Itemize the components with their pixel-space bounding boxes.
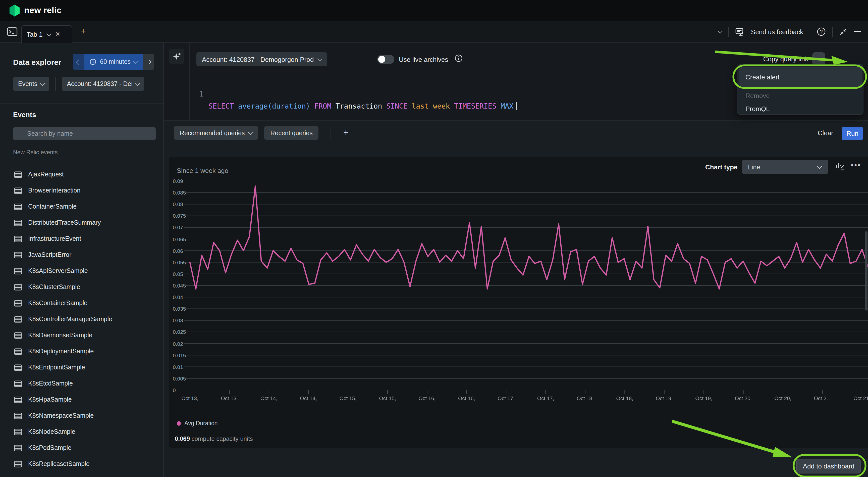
y-axis-tick-label: 0.07 [173, 225, 183, 231]
table-icon [14, 412, 22, 419]
list-item[interactable]: AjaxRequest [0, 167, 164, 182]
query-token [331, 102, 336, 110]
event-name: InfrastructureEvent [28, 235, 81, 242]
events-list: AjaxRequestBrowserInteractionContainerSa… [0, 167, 164, 477]
x-axis-tick-label: Oct 20,12:00pm [767, 395, 799, 402]
list-item[interactable]: K8sEtcdSample [0, 376, 164, 392]
console-panel-icon[interactable] [7, 27, 18, 37]
menu-item-create-alert[interactable]: Create alert [739, 67, 862, 87]
y-axis-tick-label: 0.04 [173, 294, 183, 300]
scope-dropdown[interactable]: Events [13, 77, 49, 91]
run-button[interactable]: Run [842, 127, 863, 140]
query-token: FROM [314, 102, 331, 110]
events-group-label: New Relic events [13, 149, 58, 155]
new-tab-button[interactable]: + [81, 26, 86, 37]
list-item[interactable]: K8sClusterSample [0, 279, 164, 295]
y-axis-tick-label: 0 [173, 387, 176, 393]
table-icon [14, 461, 22, 467]
time-forward-button[interactable] [143, 54, 154, 70]
collapse-window-icon[interactable] [839, 28, 847, 36]
add-to-dashboard-button[interactable]: Add to dashboard [797, 459, 861, 474]
event-name: K8sPodSample [28, 444, 71, 451]
legend-label: Avg Duration [184, 420, 218, 426]
list-item[interactable]: K8sDeploymentSample [0, 343, 164, 359]
sidebar: Data explorer 60 minutes Events Account:… [0, 43, 164, 477]
x-axis-tick-label: Oct 17,12:00pm [530, 395, 562, 402]
ai-sparkle-icon[interactable] [169, 49, 184, 64]
tab-close-icon[interactable]: ✕ [55, 31, 60, 38]
x-axis-tick-label: Oct 14,12:00pm [292, 395, 324, 402]
live-archives-toggle[interactable] [377, 55, 394, 64]
feedback-icon[interactable] [735, 27, 744, 36]
list-item[interactable]: K8sPodSample [0, 440, 164, 456]
series-avg-duration [190, 186, 868, 289]
list-item[interactable]: K8sContainerSample [0, 295, 164, 311]
list-item[interactable]: K8sReplicasetSample [0, 456, 164, 472]
y-axis-tick-label: 0.01 [173, 364, 183, 370]
table-icon [14, 428, 22, 435]
list-item[interactable]: K8sNodeSample [0, 424, 164, 440]
query-account-dropdown[interactable]: Account: 4120837 - Demogorgon Prod [196, 52, 327, 66]
svg-text:?: ? [820, 29, 823, 34]
recommended-queries-dropdown[interactable]: Recommended queries [174, 126, 258, 140]
list-item[interactable]: ContainerSample [0, 199, 164, 215]
event-name: K8sContainerSample [28, 300, 87, 307]
tab-chevron-down-icon[interactable] [46, 31, 52, 36]
query-toolbar: Recommended queries Recent queries + Cle… [164, 121, 868, 149]
compute-capacity-footer: 0.069 compute capacity units [175, 435, 253, 442]
header-chevron-down-icon[interactable] [718, 28, 722, 33]
query-more-options-button[interactable] [812, 52, 825, 65]
recent-queries-button[interactable]: Recent queries [265, 126, 319, 140]
list-item[interactable]: InfrastructureEvent [0, 231, 164, 247]
event-name: K8sNamespaceSample [28, 412, 94, 419]
logo-text: new relic [24, 5, 62, 15]
minimize-icon[interactable] [854, 31, 861, 32]
top-bar: new relic [0, 0, 868, 21]
legend-color-dot [177, 421, 181, 425]
list-item[interactable]: K8sHpaSample [0, 392, 164, 408]
event-name: K8sNodeSample [28, 428, 75, 435]
tab-1[interactable]: Tab 1 ✕ [21, 25, 72, 43]
x-axis-tick-label: Oct 21,12:00am [806, 395, 838, 402]
list-item[interactable]: K8sNamespaceSample [0, 408, 164, 424]
line-chart[interactable] [184, 177, 868, 401]
list-item[interactable]: K8sEndpointSample [0, 359, 164, 376]
query-options-menu: Create alertRemovePromQL [737, 64, 864, 115]
time-range-dropdown[interactable]: 60 minutes [84, 54, 143, 70]
send-feedback-button[interactable]: Send us feedback [751, 28, 803, 35]
info-icon[interactable] [455, 54, 463, 64]
add-query-button[interactable]: + [343, 128, 349, 138]
event-name: JavaScriptError [28, 251, 71, 258]
new-relic-logo-icon [9, 4, 20, 17]
table-icon [14, 316, 22, 323]
edit-chart-icon[interactable] [835, 161, 845, 173]
query-token: SINCE [386, 102, 407, 110]
clear-button[interactable]: Clear [818, 129, 833, 137]
list-item[interactable]: DistributedTraceSummary [0, 215, 164, 231]
chart-legend[interactable]: Avg Duration [177, 420, 218, 426]
copy-query-link-button[interactable]: Copy query link [763, 55, 808, 63]
x-axis-tick-label: Oct 16,12:00pm [451, 395, 483, 402]
event-name: K8sClusterSample [28, 284, 80, 291]
query-token: ) [306, 102, 310, 110]
table-icon [14, 445, 22, 451]
time-picker: 60 minutes [73, 54, 154, 70]
list-item[interactable]: K8sControllerManagerSample [0, 311, 164, 327]
table-icon [14, 171, 22, 178]
page-title: Data explorer [13, 58, 61, 66]
time-back-button[interactable] [73, 54, 84, 70]
chart-more-options-icon[interactable]: ••• [851, 161, 861, 169]
list-item[interactable]: K8sApiServerSample [0, 263, 164, 279]
list-item[interactable]: BrowserInteraction [0, 182, 164, 199]
list-item[interactable] [0, 472, 164, 477]
sidebar-account-dropdown[interactable]: Account: 4120837 - Demogor... [62, 77, 144, 91]
list-item[interactable]: JavaScriptError [0, 247, 164, 263]
search-input[interactable] [13, 127, 156, 140]
table-icon [14, 300, 22, 306]
menu-item-promql[interactable]: PromQL [739, 102, 862, 115]
scrollbar-thumb[interactable] [865, 231, 868, 310]
list-item[interactable]: K8sDaemonsetSample [0, 327, 164, 343]
chart-type-select[interactable]: Line [742, 160, 828, 174]
help-icon[interactable]: ? [817, 27, 826, 36]
y-axis-tick-label: 0.05 [173, 271, 183, 277]
